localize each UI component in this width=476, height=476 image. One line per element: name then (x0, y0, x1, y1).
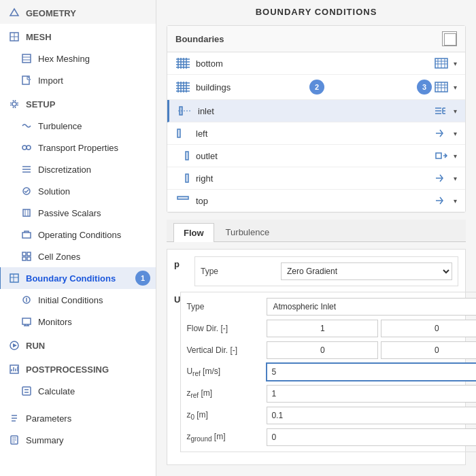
monitors-icon (20, 316, 33, 328)
summary-icon (8, 434, 20, 446)
boundary-row-bottom[interactable]: bottom ▾ (167, 52, 465, 75)
vertical-dir-y[interactable] (381, 341, 476, 359)
boundary-row-outlet[interactable]: outlet ▾ (167, 145, 465, 167)
badge-1: 1 (135, 271, 150, 286)
sidebar-item-hex-meshing[interactable]: Hex Meshing (0, 48, 156, 69)
cell-zones-icon (20, 250, 33, 262)
sidebar-item-boundary-conditions[interactable]: Boundary Conditions 1 (0, 267, 156, 289)
sidebar-item-cell-zones[interactable]: Cell Zones (0, 245, 156, 267)
svg-rect-22 (27, 257, 31, 260)
badge-3: 3 (417, 80, 432, 95)
boundary-conditions-label: Boundary Conditions (26, 273, 116, 284)
copy-button[interactable] (442, 31, 457, 46)
sidebar: GEOMETRY MESH Hex Meshing (0, 0, 156, 476)
summary-label: Summary (26, 435, 64, 445)
svg-rect-20 (27, 252, 31, 256)
boundary-icon-inlet (177, 105, 192, 117)
tabs-bar: Flow Turbulence (167, 220, 466, 242)
boundary-type-inlet[interactable]: ▾ (435, 105, 457, 116)
sidebar-item-summary[interactable]: Summary (0, 429, 156, 451)
boundary-icon-right (175, 172, 190, 184)
boundary-row-left[interactable]: left ▾ (167, 122, 465, 145)
boundary-type-right[interactable]: ▾ (435, 173, 457, 184)
u-ref-label: Uref [m/s] (186, 367, 261, 377)
z-ref-input[interactable] (267, 385, 476, 403)
u-ref-row: Uref [m/s] 4 (186, 363, 476, 381)
page-title: BOUNDARY CONDITIONS (167, 7, 466, 17)
sidebar-item-initial[interactable]: Initial Conditions (0, 289, 156, 311)
u-ref-input[interactable] (267, 363, 476, 381)
sidebar-item-import[interactable]: Import (0, 69, 156, 91)
u-type-label: Type (186, 302, 261, 311)
setup-label: SETUP (26, 99, 55, 109)
svg-rect-18 (22, 233, 31, 238)
boundary-row-right[interactable]: right ▾ (167, 167, 465, 190)
sidebar-item-calculate[interactable]: Calculate (0, 380, 156, 402)
vertical-dir-x[interactable] (267, 341, 378, 359)
svg-point-8 (12, 102, 16, 106)
boundary-type-outlet[interactable]: ▾ (435, 150, 457, 161)
flow-dir-y[interactable] (381, 320, 476, 337)
sidebar-item-passive-scalars[interactable]: Passive Scalars (0, 202, 156, 224)
sidebar-item-solution[interactable]: Solution (0, 180, 156, 202)
sidebar-section-geometry[interactable]: GEOMETRY (0, 0, 156, 24)
geometry-label: GEOMETRY (26, 8, 76, 18)
sidebar-section-setup[interactable]: SETUP (0, 91, 156, 115)
passive-scalars-label: Passive Scalars (38, 208, 101, 218)
badge-2: 2 (309, 80, 324, 95)
svg-rect-21 (22, 257, 26, 260)
solution-label: Solution (38, 186, 70, 197)
vertical-dir-row: Vertical Dir. [-] (186, 341, 476, 359)
chevron-left: ▾ (454, 130, 457, 137)
p-type-select[interactable]: Zero Gradient (281, 262, 452, 280)
boundary-type-left[interactable]: ▾ (435, 128, 457, 139)
z-ground-input[interactable] (267, 428, 476, 446)
boundary-row-buildings[interactable]: buildings 2 3 ▾ (167, 75, 465, 100)
p-label: p (174, 256, 194, 269)
sidebar-section-run[interactable]: RUN (0, 333, 156, 356)
flow-settings: p Type Zero Gradient U Type Atmospheric … (167, 249, 466, 465)
tab-flow[interactable]: Flow (173, 223, 214, 242)
tab-turbulence[interactable]: Turbulence (216, 222, 280, 241)
z0-input[interactable] (267, 407, 476, 424)
boundary-name-outlet: outlet (196, 151, 435, 161)
hex-mesh-icon (20, 52, 33, 65)
flow-dir-label: Flow Dir. [-] (186, 324, 261, 333)
boundary-icon-bottom (175, 57, 190, 69)
z-ref-label: zref [m] (186, 388, 261, 399)
svg-marker-0 (10, 9, 18, 16)
svg-rect-19 (22, 252, 26, 256)
boundary-type-top[interactable]: ▾ (435, 195, 457, 206)
svg-point-9 (22, 146, 27, 150)
chevron-outlet: ▾ (454, 152, 457, 160)
initial-conditions-label: Initial Conditions (38, 295, 103, 305)
boundary-type-buildings[interactable]: 3 ▾ (417, 80, 457, 95)
transport-icon (20, 141, 33, 154)
parameters-icon (8, 412, 20, 424)
sidebar-item-parameters[interactable]: Parameters (0, 407, 156, 429)
sidebar-item-discretization[interactable]: Discretization (0, 158, 156, 180)
main-content: BOUNDARY CONDITIONS Boundaries (156, 0, 476, 476)
u-type-select[interactable]: Atmospheric Inlet (267, 298, 476, 316)
sidebar-item-transport[interactable]: Transport Properties (0, 137, 156, 158)
sidebar-section-mesh[interactable]: MESH (0, 24, 156, 48)
boundary-conditions-icon (8, 272, 20, 284)
sidebar-item-operating[interactable]: Operating Conditions (0, 224, 156, 245)
z-ground-row: zground [m] (186, 428, 476, 446)
import-label: Import (38, 75, 63, 86)
boundary-name-top: top (196, 196, 435, 206)
sidebar-item-turbulence[interactable]: Turbulence (0, 115, 156, 137)
svg-rect-15 (23, 209, 30, 216)
passive-scalars-icon (20, 207, 33, 219)
initial-icon (20, 294, 33, 306)
flow-dir-x[interactable] (267, 320, 378, 337)
panel-header: Boundaries (167, 26, 465, 52)
svg-marker-33 (13, 343, 17, 347)
sidebar-section-postprocessing[interactable]: POSTPROCESSING (0, 356, 156, 380)
sidebar-item-monitors[interactable]: Monitors (0, 311, 156, 333)
monitors-label: Monitors (38, 317, 72, 327)
boundary-row-top[interactable]: top ▾ (167, 190, 465, 212)
boundary-type-bottom[interactable]: ▾ (435, 58, 457, 69)
p-fields: Type Zero Gradient (194, 256, 458, 286)
boundary-row-inlet[interactable]: inlet ▾ (167, 100, 465, 122)
